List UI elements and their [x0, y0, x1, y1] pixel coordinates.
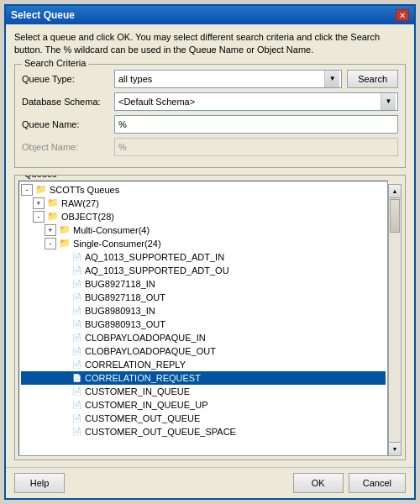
queue-type-row: Queue Type: all types ▼ Search	[22, 70, 398, 88]
tree-node[interactable]: +📁RAW(27)	[21, 197, 386, 210]
tree-expander-spacer	[56, 426, 68, 438]
tree-node-label: OBJECT(28)	[61, 212, 114, 222]
queue-name-label: Queue Name:	[22, 119, 114, 129]
queue-type-select[interactable]: all types ▼	[114, 70, 342, 88]
queue-type-label: Queue Type:	[22, 74, 114, 84]
item-icon: 📄	[70, 279, 83, 289]
cancel-button[interactable]: Cancel	[349, 473, 406, 493]
close-button[interactable]: ✕	[396, 9, 409, 21]
tree-expander-spacer	[56, 372, 68, 384]
dialog-title: Select Queue	[11, 9, 75, 21]
item-icon: 📄	[70, 333, 83, 343]
db-schema-label: Database Schema:	[22, 97, 114, 107]
tree-node-label: BUG8980913_IN	[85, 306, 155, 316]
item-icon: 📄	[70, 413, 83, 423]
queues-label: Queues	[22, 175, 60, 179]
tree-expander-spacer	[56, 412, 68, 424]
tree-node[interactable]: 📄BUG8927118_IN	[21, 277, 386, 291]
tree-node[interactable]: 📄BUG8980913_OUT	[21, 318, 386, 331]
item-icon: 📄	[70, 252, 83, 262]
tree-node-label: CLOBPAYLOADOPAQUE_IN	[85, 333, 206, 343]
tree-node[interactable]: 📄AQ_1013_SUPPORTED_ADT_OU	[21, 264, 386, 277]
tree-node[interactable]: -📁Single-Consumer(24)	[21, 237, 386, 250]
queue-type-arrow[interactable]: ▼	[324, 71, 339, 87]
object-name-label: Object Name:	[22, 142, 114, 152]
tree-node-label: BUG8927118_IN	[85, 279, 155, 289]
window-body: Select a queue and click OK. You may sel…	[6, 24, 414, 467]
tree-node[interactable]: 📄CUSTOMER_OUT_QUEUE	[21, 412, 386, 425]
tree-expander[interactable]: +	[45, 224, 56, 236]
scroll-down-button[interactable]: ▼	[389, 442, 401, 455]
tree-expander-spacer	[56, 291, 68, 303]
queue-type-value: all types	[117, 74, 324, 84]
tree-expander[interactable]: -	[21, 184, 33, 196]
description-text: Select a queue and click OK. You may sel…	[14, 31, 406, 57]
tree-node[interactable]: 📄CORRELATION_REPLY	[21, 358, 386, 371]
tree-node-label: Multi-Consumer(4)	[73, 225, 150, 235]
item-icon: 📄	[70, 373, 83, 383]
search-criteria-label: Search Criteria	[22, 58, 88, 68]
tree-node[interactable]: 📄CLOBPAYLOADOPAQUE_OUT	[21, 344, 386, 358]
tree-node[interactable]: 📄CLOBPAYLOADOPAQUE_IN	[21, 331, 386, 344]
tree-node[interactable]: 📄BUG8927118_OUT	[21, 291, 386, 304]
scroll-up-button[interactable]: ▲	[389, 185, 401, 198]
queue-name-input[interactable]	[114, 115, 398, 134]
db-schema-value: <Default Schema>	[117, 97, 381, 107]
db-schema-arrow[interactable]: ▼	[381, 93, 396, 110]
tree-node-label: AQ_1013_SUPPORTED_ADT_IN	[85, 252, 224, 262]
tree-node-label: AQ_1013_SUPPORTED_ADT_OU	[85, 265, 229, 276]
tree-node-label: Single-Consumer(24)	[73, 239, 161, 249]
tree-expander-spacer	[56, 318, 68, 330]
tree-node[interactable]: 📄AQ_1013_SUPPORTED_ADT_IN	[21, 250, 386, 264]
object-name-input[interactable]	[114, 138, 398, 156]
item-icon: 📄	[70, 400, 83, 410]
item-icon: 📄	[70, 265, 83, 276]
select-queue-dialog: Select Queue ✕ Select a queue and click …	[4, 4, 416, 500]
tree-expander[interactable]: -	[45, 238, 56, 249]
search-criteria-group: Search Criteria Queue Type: all types ▼ …	[14, 64, 406, 168]
tree-expander-spacer	[56, 305, 68, 317]
folder-icon: 📁	[34, 185, 48, 195]
tree-expander-spacer	[56, 265, 68, 276]
tree-node[interactable]: 📄CUSTOMER_IN_QUEUE_UP	[21, 398, 386, 412]
item-icon: 📄	[70, 306, 83, 316]
tree-expander-spacer	[56, 278, 68, 290]
tree-node-label: CORRELATION_REPLY	[85, 360, 186, 370]
tree-node-label: BUG8927118_OUT	[85, 292, 165, 302]
tree-node[interactable]: 📄CUSTOMER_OUT_QUEUE_SPACE	[21, 425, 386, 438]
tree-expander[interactable]: -	[33, 211, 45, 223]
ok-button[interactable]: OK	[293, 473, 344, 493]
tree-node-label: BUG8980913_OUT	[85, 319, 165, 329]
tree-node-label: CORRELATION_REQUEST	[85, 373, 201, 383]
item-icon: 📄	[70, 292, 83, 302]
tree-expander-spacer	[56, 332, 68, 344]
item-icon: 📄	[70, 360, 83, 370]
item-icon: 📄	[70, 427, 83, 437]
tree-node[interactable]: 📄CORRELATION_REQUEST	[21, 371, 386, 385]
tree-expander-spacer	[56, 386, 68, 397]
tree-node[interactable]: +📁Multi-Consumer(4)	[21, 223, 386, 237]
queue-tree[interactable]: -📁SCOTTs Queues+📁RAW(27)-📁OBJECT(28)+📁Mu…	[18, 181, 388, 456]
tree-node-label: CUSTOMER_OUT_QUEUE	[85, 413, 200, 423]
tree-expander-spacer	[56, 399, 68, 411]
search-button[interactable]: Search	[347, 70, 398, 88]
tree-expander[interactable]: +	[33, 197, 45, 209]
help-button[interactable]: Help	[14, 473, 65, 493]
footer-right-buttons: OK Cancel	[293, 473, 406, 493]
tree-node-label: CLOBPAYLOADOPAQUE_OUT	[85, 346, 216, 356]
tree-node[interactable]: -📁SCOTTs Queues	[21, 183, 386, 197]
tree-node[interactable]: 📄CUSTOMER_IN_QUEUE	[21, 385, 386, 398]
tree-expander-spacer	[56, 359, 68, 370]
tree-node-label: CUSTOMER_OUT_QUEUE_SPACE	[85, 427, 236, 437]
footer: Help OK Cancel	[6, 467, 414, 498]
tree-node[interactable]: 📄BUG8980913_IN	[21, 304, 386, 318]
tree-node[interactable]: -📁OBJECT(28)	[21, 210, 386, 223]
scroll-thumb[interactable]	[390, 199, 400, 233]
item-icon: 📄	[70, 319, 83, 329]
folder-icon: 📁	[46, 198, 60, 208]
db-schema-row: Database Schema: <Default Schema> ▼	[22, 92, 398, 111]
queues-group: Queues -📁SCOTTs Queues+📁RAW(27)-📁OBJECT(…	[14, 175, 406, 460]
tree-expander-spacer	[56, 345, 68, 357]
db-schema-select[interactable]: <Default Schema> ▼	[114, 92, 398, 111]
item-icon: 📄	[70, 346, 83, 356]
